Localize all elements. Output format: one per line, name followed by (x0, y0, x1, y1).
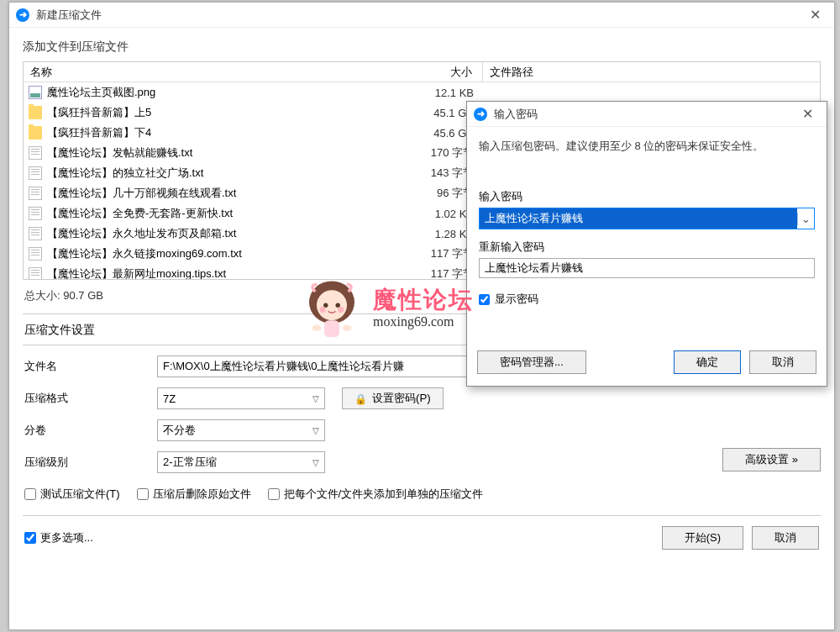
chevron-down-icon[interactable]: ⌄ (797, 213, 814, 225)
txt-icon (29, 187, 42, 200)
folder-icon (29, 126, 42, 140)
volume-label: 分卷 (23, 423, 157, 438)
table-header: 名称 大小 文件路径 (24, 62, 820, 82)
chevron-down-icon: ▽ (312, 458, 319, 467)
show-password-check[interactable]: 显示密码 (479, 292, 815, 307)
cancel-button[interactable]: 取消 (749, 350, 816, 374)
close-icon[interactable]: ✕ (795, 104, 820, 124)
format-label: 压缩格式 (23, 391, 157, 406)
checkbox-row: 测试压缩文件(T) 压缩后删除原始文件 把每个文件/文件夹添加到单独的压缩文件 (23, 483, 821, 516)
chevron-down-icon: ▽ (312, 426, 319, 435)
file-name: 【魔性论坛】永久地址发布页及邮箱.txt (47, 226, 402, 241)
password-title: 输入密码 (494, 107, 795, 122)
volume-combo[interactable]: 不分卷 ▽ (157, 419, 325, 441)
png-icon (29, 86, 42, 99)
level-label: 压缩级别 (23, 455, 157, 470)
enter-password-label: 输入密码 (479, 189, 815, 204)
advanced-button[interactable]: 高级设置 » (722, 448, 821, 471)
volume-row: 分卷 不分卷 ▽ (23, 419, 821, 441)
file-name: 【魔性论坛】全免费-无套路-更新快.txt (47, 206, 402, 221)
txt-icon (29, 267, 42, 280)
delete-checkbox[interactable] (137, 488, 149, 500)
txt-icon (29, 166, 42, 180)
filename-label: 文件名 (23, 359, 157, 374)
delete-label: 压缩后删除原始文件 (153, 487, 251, 502)
separate-check[interactable]: 把每个文件/文件夹添加到单独的压缩文件 (268, 487, 484, 502)
test-checkbox[interactable] (24, 488, 36, 500)
total-value: 90.7 GB (63, 289, 103, 302)
password-confirm-input[interactable] (479, 258, 815, 278)
txt-icon (29, 227, 42, 240)
txt-icon (29, 247, 42, 261)
add-files-title: 添加文件到压缩文件 (23, 40, 821, 55)
folder-icon (29, 106, 42, 119)
ok-button[interactable]: 确定 (674, 350, 741, 374)
file-name: 【疯狂抖音新篇】下4 (47, 125, 402, 140)
separate-checkbox[interactable] (268, 488, 280, 500)
cancel-button[interactable]: 取消 (752, 526, 819, 550)
show-password-checkbox[interactable] (479, 294, 490, 305)
total-label: 总大小: (24, 289, 60, 302)
format-combo[interactable]: 7Z ▽ (157, 387, 325, 409)
txt-icon (29, 146, 42, 160)
more-options-check[interactable]: 更多选项... (24, 530, 93, 545)
app-icon: ➜ (474, 108, 487, 121)
password-body: 输入压缩包密码。建议使用至少 8 位的密码来保证安全性。 输入密码 上魔性论坛看… (467, 127, 827, 350)
start-button[interactable]: 开始(S) (662, 526, 743, 550)
file-name: 【魔性论坛】几十万部视频在线观看.txt (47, 186, 402, 201)
password-value[interactable]: 上魔性论坛看片赚钱 (480, 208, 797, 229)
reenter-password-label: 重新输入密码 (479, 240, 815, 255)
level-value: 2-正常压缩 (163, 455, 217, 470)
password-dialog: ➜ 输入密码 ✕ 输入压缩包密码。建议使用至少 8 位的密码来保证安全性。 输入… (466, 101, 827, 387)
file-name: 【魔性论坛】最新网址moxing.tips.txt (47, 266, 402, 280)
delete-after-check[interactable]: 压缩后删除原始文件 (137, 487, 251, 502)
lock-icon (354, 392, 367, 405)
show-password-label: 显示密码 (495, 292, 538, 307)
file-name: 魔性论坛主页截图.png (47, 85, 402, 100)
app-icon: ➜ (16, 8, 29, 22)
main-titlebar[interactable]: ➜ 新建压缩文件 ✕ (9, 3, 834, 28)
window-title: 新建压缩文件 (36, 8, 803, 23)
table-row[interactable]: 魔性论坛主页截图.png12.1 KB (24, 82, 820, 103)
test-label: 测试压缩文件(T) (40, 487, 120, 502)
set-password-button[interactable]: 设置密码(P) (342, 387, 444, 409)
txt-icon (29, 207, 42, 220)
password-desc: 输入压缩包密码。建议使用至少 8 位的密码来保证安全性。 (479, 139, 815, 154)
more-options-label: 更多选项... (40, 530, 93, 545)
col-name[interactable]: 名称 (24, 65, 400, 80)
col-path[interactable]: 文件路径 (482, 62, 820, 82)
file-name: 【魔性论坛】发帖就能赚钱.txt (47, 145, 402, 161)
set-password-label: 设置密码(P) (372, 391, 431, 406)
file-name: 【魔性论坛】的独立社交广场.txt (47, 166, 402, 181)
col-size[interactable]: 大小 (400, 65, 482, 80)
volume-value: 不分卷 (163, 423, 196, 438)
format-row: 压缩格式 7Z ▽ 设置密码(P) (23, 387, 821, 409)
format-value: 7Z (163, 392, 176, 405)
chevron-down-icon: ▽ (312, 394, 319, 403)
level-combo[interactable]: 2-正常压缩 ▽ (157, 451, 325, 473)
more-options-checkbox[interactable] (24, 532, 36, 544)
file-name: 【魔性论坛】永久链接moxing69.com.txt (47, 246, 402, 261)
test-archive-check[interactable]: 测试压缩文件(T) (24, 487, 120, 502)
file-size: 12.1 KB (402, 87, 484, 99)
close-icon[interactable]: ✕ (803, 5, 827, 24)
password-manager-button[interactable]: 密码管理器... (477, 350, 586, 374)
file-name: 【疯狂抖音新篇】上5 (47, 105, 402, 120)
password-input-combo[interactable]: 上魔性论坛看片赚钱 ⌄ (479, 208, 815, 229)
separate-label: 把每个文件/文件夹添加到单独的压缩文件 (284, 487, 484, 502)
password-actions: 密码管理器... 确定 取消 (467, 350, 827, 386)
password-titlebar[interactable]: ➜ 输入密码 ✕ (467, 102, 827, 127)
bottom-bar: 更多选项... 开始(S) 取消 (23, 516, 821, 550)
